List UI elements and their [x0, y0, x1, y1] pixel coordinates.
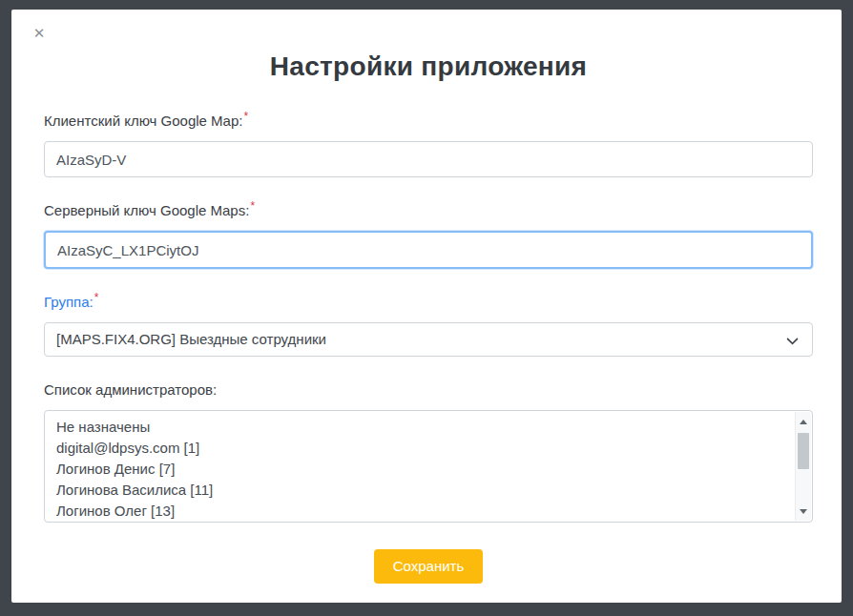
client-key-input[interactable]: [44, 141, 813, 177]
client-key-label-text: Клиентский ключ Google Map:: [44, 113, 242, 129]
group-select-value: [MAPS.FIX4.ORG] Выездные сотрудники: [56, 331, 326, 347]
settings-dialog: ✕ Настройки приложения Клиентский ключ G…: [11, 10, 842, 603]
field-group: Группа:* [MAPS.FIX4.ORG] Выездные сотруд…: [44, 294, 813, 357]
field-client-key: Клиентский ключ Google Map:*: [44, 113, 813, 177]
server-key-label-text: Серверный ключ Google Maps:: [44, 202, 249, 218]
admin-option[interactable]: Логинова Василиса [11]: [56, 480, 783, 501]
admins-listbox[interactable]: Не назначены digital@ldpsys.com [1] Логи…: [44, 410, 813, 523]
required-asterisk: *: [94, 291, 99, 304]
group-label: Группа:*: [44, 294, 813, 311]
field-admins: Список администраторов: Не назначены dig…: [44, 381, 813, 523]
admin-option[interactable]: Не назначены: [56, 417, 783, 438]
save-button[interactable]: Сохранить: [374, 549, 484, 584]
page-backdrop: { "modal": { "title": "Настройки приложе…: [0, 0, 853, 616]
admins-option-list: Не назначены digital@ldpsys.com [1] Логи…: [45, 411, 812, 523]
page-title: Настройки приложения: [44, 50, 813, 84]
group-select[interactable]: [MAPS.FIX4.ORG] Выездные сотрудники: [44, 322, 813, 357]
required-asterisk: *: [250, 199, 255, 213]
scrollbar-thumb[interactable]: [798, 433, 809, 469]
admin-option[interactable]: Логинов Денис [7]: [56, 459, 783, 480]
admins-label-text: Список администраторов:: [44, 381, 217, 398]
field-server-key: Серверный ключ Google Maps:*: [44, 202, 813, 269]
close-icon[interactable]: ✕: [31, 25, 48, 42]
triangle-down-icon: [800, 509, 807, 514]
admins-label: Список администраторов:: [44, 381, 813, 399]
scrollbar-up-button[interactable]: [796, 414, 811, 429]
required-asterisk: *: [243, 110, 248, 123]
client-key-label: Клиентский ключ Google Map:*: [44, 113, 813, 130]
dialog-footer: Сохранить: [44, 549, 813, 584]
admin-option[interactable]: digital@ldpsys.com [1]: [56, 438, 783, 459]
chevron-down-icon: [786, 333, 799, 345]
scrollbar-down-button[interactable]: [796, 503, 811, 519]
server-key-input[interactable]: [44, 231, 813, 269]
vertical-scrollbar[interactable]: [795, 412, 811, 521]
server-key-label: Серверный ключ Google Maps:*: [44, 202, 813, 219]
triangle-up-icon: [800, 420, 807, 424]
admin-option[interactable]: Логинов Олег [13]: [56, 501, 783, 522]
group-label-text: Группа:: [44, 294, 94, 310]
